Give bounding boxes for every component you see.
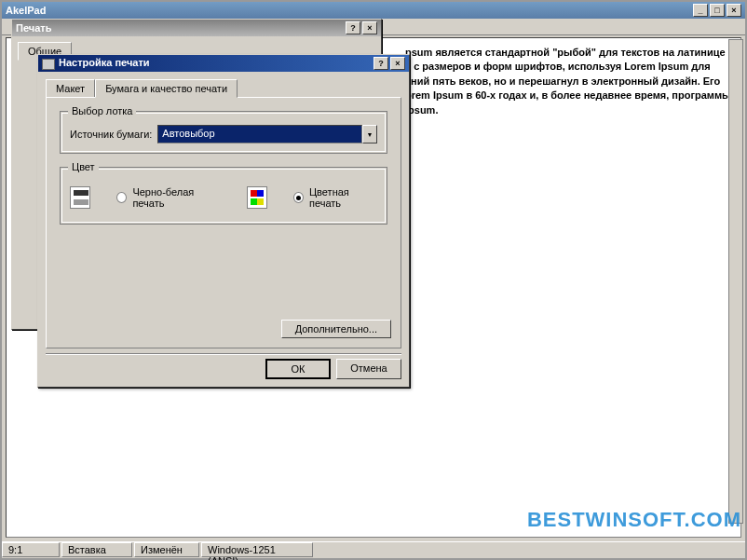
status-bar: 9:1 Вставка Изменён Windows-1251 (ANSI) bbox=[2, 541, 745, 558]
setup-tabs: Макет Бумага и качество печати bbox=[46, 79, 401, 98]
status-encoding: Windows-1251 (ANSI) bbox=[201, 542, 313, 557]
print-dialog-titlebar: Печать ? × bbox=[12, 20, 381, 36]
minimize-button[interactable]: _ bbox=[693, 4, 708, 17]
tray-group-title: Выбор лотка bbox=[68, 105, 136, 116]
paper-source-value: Автовыбор bbox=[157, 125, 362, 143]
radio-bw-label: Черно-белая печать bbox=[132, 186, 220, 209]
watermark: BESTWINSOFT.COM bbox=[527, 508, 741, 532]
color-group-title: Цвет bbox=[68, 161, 99, 172]
radio-color-circle bbox=[293, 192, 304, 203]
tab-paper-quality[interactable]: Бумага и качество печати bbox=[95, 79, 238, 98]
paper-source-combo[interactable]: Автовыбор bbox=[157, 125, 377, 143]
radio-color[interactable]: Цветная печать bbox=[293, 186, 377, 209]
tray-groupbox: Выбор лотка Источник бумаги: Автовыбор bbox=[60, 111, 387, 154]
bw-icon bbox=[70, 186, 90, 209]
scrollbar[interactable] bbox=[728, 39, 743, 524]
setup-title: Настройка печати bbox=[42, 57, 150, 69]
source-label: Источник бумаги: bbox=[70, 129, 152, 140]
help-button[interactable]: ? bbox=[346, 21, 360, 34]
maximize-button[interactable]: □ bbox=[710, 4, 725, 17]
status-position: 9:1 bbox=[2, 542, 60, 557]
radio-color-label: Цветная печать bbox=[309, 186, 377, 209]
status-state: Изменён bbox=[134, 542, 199, 557]
setup-titlebar: Настройка печати ? × bbox=[38, 55, 409, 72]
close-button[interactable]: × bbox=[727, 4, 741, 17]
tab-panel: Выбор лотка Источник бумаги: Автовыбор Ц… bbox=[46, 97, 401, 348]
main-titlebar: AkelPad _ □ × bbox=[2, 2, 745, 19]
color-groupbox: Цвет Черно-белая печать Цветная печать bbox=[60, 167, 387, 225]
document-text: psum является стандартной "рыбой" для те… bbox=[405, 46, 733, 117]
separator bbox=[46, 353, 401, 355]
title-controls: _ □ × bbox=[693, 4, 741, 17]
color-icon bbox=[247, 186, 267, 209]
close-button[interactable]: × bbox=[362, 21, 377, 34]
cancel-button[interactable]: Отмена bbox=[336, 359, 401, 379]
combo-dropdown-button[interactable] bbox=[362, 125, 377, 143]
main-title: AkelPad bbox=[6, 5, 46, 16]
radio-bw-circle bbox=[116, 192, 127, 203]
dialog-buttons: ОК Отмена bbox=[265, 359, 401, 379]
ok-button[interactable]: ОК bbox=[265, 359, 331, 379]
radio-bw[interactable]: Черно-белая печать bbox=[116, 186, 220, 209]
status-mode: Вставка bbox=[61, 542, 132, 557]
advanced-button[interactable]: Дополнительно... bbox=[281, 320, 391, 338]
print-dialog-title: Печать bbox=[16, 22, 51, 34]
printer-icon bbox=[42, 59, 55, 70]
help-button[interactable]: ? bbox=[374, 57, 388, 70]
close-button[interactable]: × bbox=[390, 57, 405, 70]
print-setup-dialog: Настройка печати ? × Макет Бумага и каче… bbox=[37, 54, 410, 388]
tab-layout[interactable]: Макет bbox=[46, 79, 95, 98]
